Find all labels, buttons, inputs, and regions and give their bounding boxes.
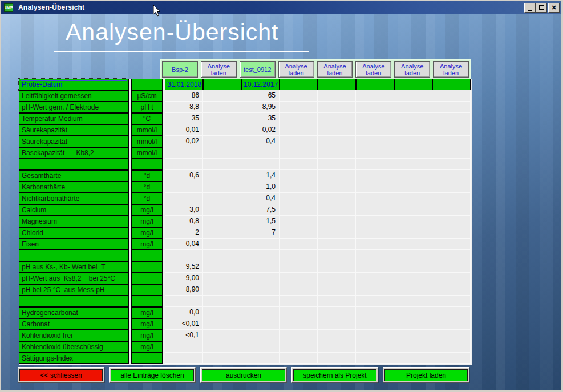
- unit-cell: mmol/l: [131, 124, 163, 136]
- analyse-laden-button[interactable]: Analyse laden: [355, 61, 391, 78]
- value-cell: [432, 124, 471, 136]
- window-controls: ✕: [524, 3, 560, 13]
- unit-cell: mg/l: [131, 216, 163, 227]
- value-cell: [356, 227, 394, 239]
- value-cell: 0,8: [165, 216, 203, 227]
- maximize-icon[interactable]: [536, 3, 547, 13]
- analyse-laden-button[interactable]: Analyse laden: [201, 61, 237, 78]
- value-cell: [280, 216, 318, 227]
- value-cell: [432, 330, 471, 341]
- footer-button-frame: ausdrucken: [200, 367, 287, 383]
- row-label: Eisen: [19, 239, 129, 250]
- value-cell: 65: [241, 90, 280, 102]
- analyse-laden-button[interactable]: Analyse laden: [317, 61, 353, 78]
- value-cell: [241, 261, 280, 273]
- value-cell: [394, 250, 432, 261]
- value-cell: [356, 296, 394, 307]
- value-cell: [356, 273, 394, 284]
- value-cell: [356, 341, 394, 353]
- value-cell: [165, 250, 203, 261]
- row-label: Basekapazität Kb8,2: [19, 147, 129, 159]
- unit-cell: mg/l: [131, 227, 163, 239]
- value-cell: [318, 204, 356, 216]
- page-title: Analysen-Übersicht: [66, 19, 279, 46]
- value-cell: [394, 90, 432, 102]
- value-cell: [356, 124, 394, 136]
- value-cell: [203, 250, 241, 261]
- value-cell: [356, 353, 394, 364]
- row-label: [19, 250, 129, 261]
- value-cell: [165, 181, 203, 193]
- value-cell: 8,90: [165, 284, 203, 296]
- value-cell: [241, 284, 280, 296]
- value-cell: [432, 170, 471, 181]
- loaded-analysis-button[interactable]: Bsp-2: [162, 61, 198, 78]
- value-cell: 0,04: [165, 239, 203, 250]
- value-cell: [203, 216, 241, 227]
- value-cell: [203, 193, 241, 204]
- loaded-analysis-button[interactable]: test_0912: [240, 61, 276, 78]
- value-cell: [280, 147, 318, 159]
- value-cell: 8,8: [165, 102, 203, 113]
- value-cell: [203, 147, 241, 159]
- analyse-laden-button[interactable]: Analyse laden: [394, 61, 430, 78]
- value-cell: [241, 273, 280, 284]
- unit-cell: [131, 353, 163, 364]
- value-cell: [394, 353, 432, 364]
- value-cell: [432, 216, 471, 227]
- unit-cell: µS/cm: [131, 90, 163, 102]
- value-cell: [432, 90, 471, 102]
- value-cell: [203, 136, 241, 147]
- value-cell: [203, 318, 241, 330]
- analyse-laden-button[interactable]: Analyse laden: [278, 61, 314, 78]
- footer-button-schliessen[interactable]: << schliessen: [19, 369, 103, 381]
- value-cell: [318, 330, 356, 341]
- unit-cell: °d: [131, 193, 163, 204]
- footer-button-ausdrucken[interactable]: ausdrucken: [202, 369, 285, 381]
- row-label: pH bei 25 °C aus Mess-pH: [19, 284, 129, 296]
- unit-cell: [131, 261, 163, 273]
- analysis-table: Probe-Datum31.01.201810.12.2017Leitfähig…: [19, 79, 472, 365]
- value-cell: [356, 102, 394, 113]
- value-cell: [318, 307, 356, 318]
- value-cell: 9,52: [165, 261, 203, 273]
- footer-button-alle-einträge-löschen[interactable]: alle Einträge löschen: [111, 369, 194, 381]
- footer-button-speichern-als-projekt[interactable]: speichern als Projekt: [293, 369, 376, 381]
- footer-button-projekt-laden[interactable]: Projekt laden: [384, 369, 468, 381]
- value-cell: [241, 353, 280, 364]
- value-cell: [432, 102, 471, 113]
- value-cell: [356, 204, 394, 216]
- value-cell: [280, 261, 318, 273]
- value-cell: [394, 193, 432, 204]
- value-cell: [280, 102, 318, 113]
- value-cell: [280, 204, 318, 216]
- unit-cell: mg/l: [131, 341, 163, 353]
- value-cell: [318, 261, 356, 273]
- value-cell: [432, 307, 471, 318]
- value-cell: [394, 181, 432, 193]
- value-cell: [203, 284, 241, 296]
- value-cell: [280, 318, 318, 330]
- unit-cell: [131, 79, 163, 90]
- value-cell: [318, 353, 356, 364]
- value-cell: [432, 159, 471, 170]
- value-cell: [241, 307, 280, 318]
- value-cell: [280, 170, 318, 181]
- row-label: Carbonat: [19, 318, 129, 330]
- value-cell: [432, 227, 471, 239]
- row-label: Calcium: [19, 204, 129, 216]
- row-label-probe-datum[interactable]: Probe-Datum: [19, 79, 129, 90]
- value-cell: [318, 90, 356, 102]
- value-cell: [432, 318, 471, 330]
- close-icon[interactable]: ✕: [548, 3, 560, 13]
- value-cell: [280, 113, 318, 124]
- value-cell: 86: [165, 90, 203, 102]
- value-cell: [356, 181, 394, 193]
- analyse-laden-button[interactable]: Analyse laden: [433, 61, 469, 78]
- value-cell: [394, 170, 432, 181]
- value-cell: [203, 159, 241, 170]
- value-cell: [165, 159, 203, 170]
- minimize-icon[interactable]: [524, 3, 536, 13]
- date-cell: [203, 79, 241, 90]
- row-label: pH-Wert gem. / Elektrode: [19, 102, 129, 113]
